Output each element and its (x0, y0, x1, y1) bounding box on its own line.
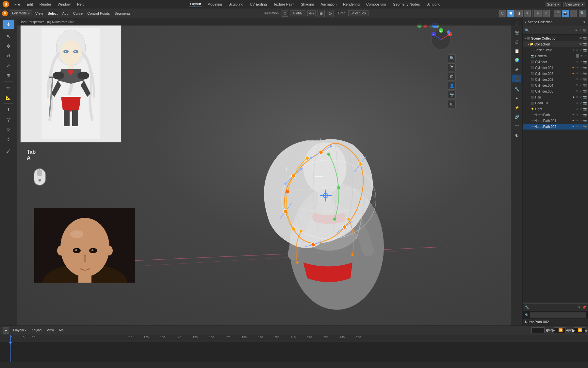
viewport-shading-wire[interactable]: ⬡ (499, 10, 506, 17)
menu-item-window[interactable]: Window (57, 2, 72, 7)
tool-rotate[interactable]: ↺ (3, 51, 14, 61)
timeline-engine-icon[interactable]: ▶ (3, 327, 9, 334)
prop-modifier-icon[interactable]: 🔧 (512, 85, 521, 93)
workspace-tab-scripting[interactable]: Scripting (425, 2, 442, 7)
view-walk[interactable]: 👤 (448, 82, 456, 90)
workspace-tab-shading[interactable]: Shading (300, 2, 315, 7)
scene-select[interactable]: Scene ▾ (545, 2, 561, 7)
add-menu[interactable]: Add (61, 11, 70, 16)
tool-tilt[interactable]: ⟳ (3, 125, 14, 134)
tree-item-hair[interactable]: ⬛ Hair ★ 👁 ↗ 📷 (523, 94, 588, 100)
properties-filter[interactable]: ▼ (578, 306, 581, 309)
orientation-selector[interactable]: Global (290, 10, 305, 16)
render-btn[interactable]: 🎬 (554, 10, 561, 17)
viewport-shading-rendered[interactable]: ☀ (524, 10, 531, 17)
tool-transform[interactable]: ⊞ (3, 71, 14, 80)
properties-search-input[interactable] (530, 312, 586, 318)
keying-label[interactable]: Keying (30, 328, 43, 333)
search-btn[interactable]: 🔍 (579, 10, 586, 17)
menu-item-render[interactable]: Render (38, 2, 53, 7)
proportional-edit[interactable]: ◎ (327, 10, 334, 17)
tool-scale[interactable]: ⤢ (3, 61, 14, 70)
tool-radius[interactable]: ◎ (3, 115, 14, 124)
workspace-tab-modeling[interactable]: Modeling (206, 2, 223, 7)
view-menu[interactable]: View (34, 11, 44, 16)
menu-item-help[interactable]: Help (76, 2, 86, 7)
reverse-play-btn[interactable]: ◀ (564, 327, 570, 333)
timeline-view-label[interactable]: View (45, 328, 55, 333)
skip-to-end-btn[interactable]: ⏭ (584, 327, 588, 333)
prop-scene2-icon[interactable]: 🌍 (512, 56, 521, 64)
menu-item-edit[interactable]: Edit (25, 2, 34, 7)
tool-measure[interactable]: 📐 (3, 93, 14, 102)
view-zoom-in[interactable]: 🔍 (448, 54, 456, 62)
outliner-select-toggle[interactable]: ↗ (579, 29, 581, 32)
view-grid[interactable]: ⊞ (448, 100, 456, 108)
outliner-filter-btn[interactable]: ▼ (583, 20, 586, 24)
workspace-tab-compositing[interactable]: Compositing (365, 2, 387, 7)
tree-item-cylinder005[interactable]: ⬛ Cylinder.005 👁 ↗ 📷 (523, 88, 588, 94)
transform-pivot[interactable]: ⊙ ▾ (307, 10, 316, 16)
scene-collection-render[interactable]: 📷 (583, 37, 587, 40)
prop-physics-icon[interactable]: ⚡ (512, 104, 521, 112)
workspace-tab-sculpting[interactable]: Sculpting (227, 2, 245, 7)
prop-view-layer-icon[interactable]: 📋 (512, 47, 521, 55)
snapping-toggle[interactable]: ⊞ (318, 10, 325, 17)
properties-pin[interactable]: 📌 (582, 306, 586, 309)
tree-item-beziercircle[interactable]: 〰 BezierCircle ✦ 👁 ↗ 📷 (523, 47, 588, 53)
curve-menu[interactable]: Curve (72, 11, 84, 16)
gizmo-toggle[interactable]: ⊙ (543, 10, 550, 17)
workspace-tab-texture[interactable]: Texture Paint (272, 2, 296, 7)
tool-move[interactable]: ✥ (3, 42, 14, 51)
outliner-visible-toggle[interactable]: 👁 (575, 29, 578, 32)
pivot-point-btn[interactable]: ⊡ (282, 10, 288, 17)
tree-item-scene-collection[interactable]: ▾ 🎬 Scene Collection 👁 📷 (523, 35, 588, 41)
playback-label[interactable]: Playback (12, 328, 28, 333)
skip-to-start-btn[interactable]: ⏮ (551, 327, 557, 333)
play-btn[interactable]: ▶ (571, 327, 577, 333)
tree-item-light[interactable]: 💡 Light 👁 ↗ 📷 (523, 106, 588, 112)
marker-label[interactable]: Ma (58, 328, 65, 333)
tree-item-head01[interactable]: ⬛ Head_01 👁 ↗ 📷 (523, 100, 588, 106)
prop-constraints-icon[interactable]: 🔗 (512, 113, 521, 121)
select-menu[interactable]: Select (46, 11, 59, 16)
blender-logo[interactable]: B (3, 1, 9, 8)
tool-draw[interactable]: 🖊 (3, 147, 14, 156)
scene-collection-visible[interactable]: 👁 (579, 37, 582, 40)
menu-item-file[interactable]: File (13, 2, 22, 7)
prop-object-icon[interactable]: ⬛ (512, 75, 521, 82)
orientation-widget[interactable]: X Y Z (430, 28, 441, 40)
frame-handle[interactable] (9, 342, 12, 345)
timeline-track[interactable] (0, 342, 588, 362)
main-viewport[interactable]: User Perspective (0) NurbsPath.002 (17, 18, 523, 325)
tree-item-cylinder001[interactable]: ⬛ Cylinder.001 ✦ 👁 ↗ 📷 (523, 65, 588, 71)
tree-item-cylinder003[interactable]: ⬛ Cylinder.003 👁 ↗ 📷 (523, 77, 588, 82)
viewport-shading-solid[interactable]: ⬟ (507, 10, 514, 17)
tool-cursor[interactable]: ↖ (3, 32, 14, 41)
record-btn[interactable]: ⏺ (545, 327, 550, 333)
view-layer-select[interactable]: ViewLayer ▾ (563, 2, 585, 7)
overlay-toggle[interactable]: ⊕ (534, 10, 542, 17)
segments-menu[interactable]: Segments (113, 11, 132, 16)
view-camera[interactable]: 📷 (448, 91, 456, 99)
workspace-tab-geometry[interactable]: Geometry Nodes (391, 2, 421, 7)
select-box-btn[interactable]: Select Box (348, 10, 368, 16)
prop-material-icon[interactable]: ◐ (512, 131, 521, 139)
view-zoom-out[interactable]: 🔭 (448, 63, 456, 71)
tree-item-collection[interactable]: ▾ 📁 Collection 👁 📷 (523, 41, 588, 47)
tree-item-cylinder002[interactable]: ⬛ Cylinder.002 ✦ 👁 ↗ 📷 (523, 71, 588, 77)
prop-data-icon[interactable]: 〰 (512, 122, 521, 130)
tool-randomize[interactable]: ⊹ (3, 134, 14, 144)
outliner-render-toggle[interactable]: 🎬 (582, 29, 586, 32)
tool-annotate[interactable]: ✏ (3, 83, 14, 92)
tree-item-cylinder[interactable]: ⬛ Cylinder 👁 ↗ 📷 (523, 59, 588, 65)
workspace-tab-uv[interactable]: UV Editing (249, 2, 268, 7)
next-frame-btn[interactable]: ⏩ (577, 327, 583, 333)
view-perspective[interactable]: ⊡ (448, 73, 456, 80)
current-frame-input[interactable]: 0 (531, 327, 545, 333)
tree-item-nurbspath001[interactable]: 〰 NurbsPath.001 ✦ 👁 ↗ 📷 (523, 118, 588, 124)
tree-item-cylinder004[interactable]: ⬛ Cylinder.004 👁 ↗ 📷 (523, 82, 588, 88)
workspace-tab-layout[interactable]: Layout (189, 1, 202, 7)
more-btn[interactable]: ⋯ (570, 10, 577, 17)
timeline-ruler[interactable]: 0 10 20 110 120 130 140 150 160 170 180 … (0, 335, 588, 342)
